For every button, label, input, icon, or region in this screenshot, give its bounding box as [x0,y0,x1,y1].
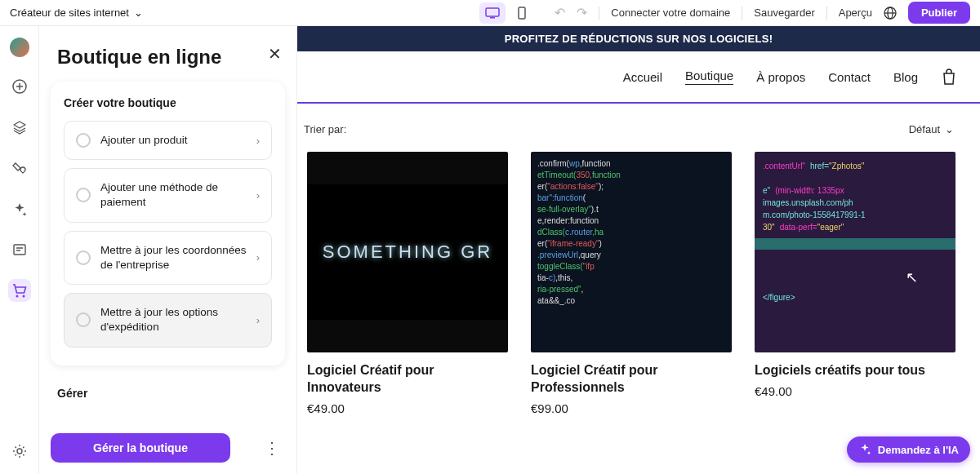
step-status-icon [76,188,91,202]
mobile-icon [518,7,526,20]
chevron-down-icon: ⌄ [134,7,143,19]
nav-blog[interactable]: Blog [893,70,918,84]
nav-contact[interactable]: Contact [828,70,871,84]
product-card[interactable]: .confirm(wp,functionetTimeout(350,functi… [531,152,732,415]
separator [742,7,742,20]
mobile-view-button[interactable] [509,2,535,24]
step-label: Ajouter une méthode de paiement [100,180,247,210]
editor-topbar: Créateur de sites internet ⌄ ↶ ↷ Connect… [0,0,980,26]
product-image: SOMETHING GR [307,152,508,352]
step-add-payment[interactable]: Ajouter une méthode de paiement › [64,168,272,222]
ai-sparkle-icon[interactable] [8,197,31,220]
publish-button[interactable]: Publier [908,2,970,24]
product-price: €99.00 [531,401,732,415]
step-status-icon [76,250,91,265]
site-header: Accueil Boutique À propos Contact Blog [297,51,980,104]
setup-card: Créer votre boutique Ajouter un produit … [51,82,285,365]
nav-boutique[interactable]: Boutique [685,69,733,85]
settings-icon[interactable] [8,440,31,463]
save-button[interactable]: Sauvegarder [754,7,814,19]
desktop-icon [485,7,500,19]
svg-point-9 [22,295,24,298]
sort-row: Trier par: Défaut ⌄ [304,123,977,152]
product-name: Logiciel Créatif pour Professionnels [531,362,732,396]
step-company-details[interactable]: Mettre à jour les coordonnées de l'entre… [64,231,272,285]
product-card[interactable]: .contentUrl" href="Zphotos"e" (min-width… [755,152,956,415]
cart-button[interactable] [941,68,957,86]
svg-rect-0 [486,8,499,16]
language-button[interactable] [884,7,897,20]
product-name: Logiciels créatifs pour tous [755,362,956,379]
svg-rect-1 [490,17,495,19]
connect-domain-link[interactable]: Connecter votre domaine [611,7,730,19]
ask-ai-button[interactable]: Demandez à l'IA [847,436,970,463]
breadcrumb-label: Créateur de sites internet [10,7,129,19]
sort-dropdown[interactable]: Défaut ⌄ [909,123,954,135]
separator [826,7,827,20]
chevron-right-icon: › [256,135,260,147]
product-name: Logiciel Créatif pour Innovateurs [307,362,508,396]
step-label: Mettre à jour les coordonnées de l'entre… [100,243,247,272]
left-rail [0,26,39,474]
product-price: €49.00 [307,401,508,415]
styles-icon[interactable] [8,157,31,179]
nav-apropos[interactable]: À propos [756,70,805,84]
more-options-button[interactable]: ⋮ [264,438,280,458]
ask-ai-label: Demandez à l'IA [878,444,959,456]
step-label: Mettre à jour les options d'expédition [100,305,247,334]
bag-icon [941,68,957,86]
sort-label: Trier par: [304,123,346,135]
site-preview-canvas: PROFITEZ DE RÉDUCTIONS SUR NOS LOGICIELS… [297,26,980,474]
chevron-down-icon: ⌄ [945,123,954,135]
store-panel: ✕ Boutique en ligne Créer votre boutique… [39,26,297,474]
product-image: .confirm(wp,functionetTimeout(350,functi… [531,152,732,352]
step-status-icon [76,133,91,148]
chevron-right-icon: › [256,189,260,202]
manage-section-label: Gérer [39,380,296,400]
forms-icon[interactable] [8,238,31,261]
product-grid: SOMETHING GR Logiciel Créatif pour Innov… [304,152,977,415]
separator [599,7,599,20]
svg-rect-7 [14,245,25,255]
step-shipping-options[interactable]: Mettre à jour les options d'expédition › [64,293,272,347]
desktop-view-button[interactable] [479,2,506,24]
preview-button[interactable]: Aperçu [839,7,872,19]
store-icon[interactable] [8,279,31,302]
sort-value: Défaut [909,123,940,135]
undo-button[interactable]: ↶ [555,5,565,20]
card-heading: Créer votre boutique [64,96,272,109]
svg-point-10 [17,449,22,454]
panel-title: Boutique en ligne [39,26,296,82]
add-section-icon[interactable] [8,75,31,98]
step-status-icon [76,312,91,327]
sparkle-icon [858,443,871,456]
redo-button[interactable]: ↷ [577,5,587,20]
promo-banner[interactable]: PROFITEZ DE RÉDUCTIONS SUR NOS LOGICIELS… [297,26,980,51]
svg-rect-2 [519,7,525,19]
nav-accueil[interactable]: Accueil [623,70,662,84]
device-toggle [479,2,535,24]
svg-point-8 [16,295,18,298]
brand-logo[interactable] [10,38,29,57]
panel-footer: Gérer la boutique ⋮ [39,422,296,474]
breadcrumb-dropdown[interactable]: Créateur de sites internet ⌄ [10,7,143,19]
globe-icon [884,7,897,20]
product-image: .contentUrl" href="Zphotos"e" (min-width… [755,152,956,352]
close-panel-button[interactable]: ✕ [268,44,282,64]
cursor-arrow-icon: ↖ [906,267,918,289]
chevron-right-icon: › [256,314,260,326]
step-label: Ajouter un produit [100,133,247,148]
layers-icon[interactable] [8,116,31,139]
product-card[interactable]: SOMETHING GR Logiciel Créatif pour Innov… [307,152,508,415]
chevron-right-icon: › [256,251,260,264]
manage-store-button[interactable]: Gérer la boutique [51,433,230,463]
product-price: €49.00 [755,384,956,398]
product-catalog: Trier par: Défaut ⌄ SOMETHING GR Logicie… [297,104,980,415]
step-add-product[interactable]: Ajouter un produit › [64,121,272,160]
